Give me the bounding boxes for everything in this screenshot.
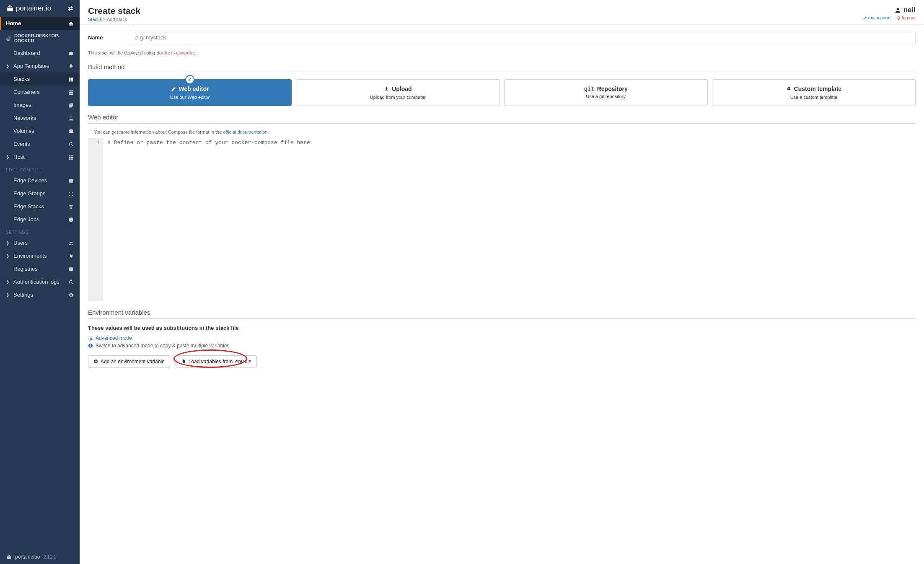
list-icon [88,336,93,341]
layer-group-icon [68,204,74,210]
build-option-web-editor[interactable]: ✓Web editorUse our Web editor [88,79,292,106]
advanced-note: Switch to advanced mode to copy & paste … [88,343,916,349]
cogs-icon [68,292,74,298]
sidebar-item-edge-groups[interactable]: Edge Groups [0,187,80,200]
clock-icon [68,217,74,222]
web-editor[interactable]: 1 # Define or paste the content of your … [88,138,916,301]
sidebar-item-host[interactable]: ❯Host [0,150,80,163]
sitemap-icon [68,116,74,121]
chevron-right-icon: ❯ [6,155,10,159]
logout-icon [896,16,901,20]
sidebar-item-home[interactable]: Home [0,17,80,30]
users-icon [68,241,74,246]
file-icon [181,359,186,364]
sidebar-item-endpoint[interactable]: DOCKER-DESKTOP-DOCKER [0,30,80,47]
build-method-options: ✓Web editorUse our Web editorUploadUploa… [88,79,916,106]
th-list-icon [68,77,74,82]
section-env-vars: Environment variables [88,309,916,319]
build-option-custom-template[interactable]: Custom templateUse a custom template [712,79,916,106]
user-area: neil my account log out [859,6,916,20]
clone-icon [68,103,74,108]
my-account-link[interactable]: my account [863,15,893,20]
advanced-mode-link[interactable]: Advanced mode [88,335,132,341]
sidebar-item-edge-stacks[interactable]: Edge Stacks [0,200,80,213]
build-option-upload[interactable]: UploadUpload from your computer [296,79,500,106]
th-icon [68,155,74,160]
object-group-icon [68,191,74,197]
svg-point-3 [90,344,91,344]
breadcrumb-parent[interactable]: Stacks [88,17,102,22]
chevron-right-icon: ❯ [6,292,10,297]
svg-point-0 [897,8,899,10]
env-desc: These values will be used as substitutio… [88,325,916,331]
tachometer-icon [68,51,74,56]
sidebar-item-authentication-logs[interactable]: ❯Authentication logs [0,275,80,288]
server-icon [68,90,74,95]
sidebar-nav: Home DOCKER-DESKTOP-DOCKER Dashboard❯App… [0,17,80,550]
laptop-icon [68,178,74,184]
sidebar-item-stacks[interactable]: Stacks [0,72,80,85]
rocket-icon [68,64,74,69]
sidebar-item-edge-jobs[interactable]: Edge Jobs [0,213,80,226]
editor-content[interactable]: # Define or paste the content of your do… [103,138,916,301]
hdd-icon [68,129,74,134]
sidebar-item-users[interactable]: ❯Users [0,236,80,249]
portainer-footer-icon [6,554,12,560]
portainer-logo-icon [6,4,14,13]
breadcrumb: Stacks > Add stack [88,17,140,22]
chevron-right-icon: ❯ [6,254,10,258]
upload-icon [384,86,389,92]
sidebar-item-edge-devices[interactable]: Edge Devices [0,174,80,187]
sidebar-item-app-templates[interactable]: ❯App Templates [0,60,80,72]
username: neil [903,6,916,14]
build-option-repository[interactable]: gitRepositoryUse a git repository [504,79,708,106]
chevron-right-icon: ❯ [6,64,10,68]
user-icon [894,7,901,14]
database-icon [68,266,74,272]
brand-text: portainer.io [16,4,51,13]
sidebar-section-settings: SETTINGS [0,226,80,236]
brand-header: portainer.io [0,0,80,17]
deploy-note: This stack will be deployed using docker… [88,50,916,56]
section-build-method: Build method [88,63,916,73]
sidebar-item-settings[interactable]: ❯Settings [0,288,80,301]
sidebar-item-images[interactable]: Images [0,98,80,111]
docker-icon [6,35,11,41]
version-text: 2.11.1 [43,554,56,559]
git-icon: git [584,85,594,92]
home-icon [68,20,74,26]
sidebar: portainer.io Home DOCKER-DESKTOP-DOCKER [0,0,80,564]
chevron-right-icon: ❯ [6,241,10,245]
plug-icon [68,254,74,259]
wrench-icon [863,16,867,20]
chevron-right-icon: ❯ [6,279,10,284]
sidebar-item-networks[interactable]: Networks [0,111,80,124]
edit-icon [171,86,176,92]
editor-info: You can get more information about Compo… [94,129,916,135]
breadcrumb-current: Add stack [107,17,127,22]
stack-name-input[interactable] [130,31,916,44]
history-icon [68,279,74,285]
logout-link[interactable]: log out [896,15,916,20]
sidebar-item-registries[interactable]: Registries [0,262,80,275]
topbar: Create stack Stacks > Add stack neil my … [80,0,924,24]
rocket-icon [786,86,792,92]
sidebar-item-dashboard[interactable]: Dashboard [0,47,80,60]
exchange-icon[interactable] [67,5,74,12]
sidebar-item-containers[interactable]: Containers [0,85,80,98]
plus-circle-icon [93,359,98,364]
sidebar-item-volumes[interactable]: Volumes [0,124,80,137]
main-content: Create stack Stacks > Add stack neil my … [80,0,924,564]
load-env-file-button[interactable]: Load variables from .env file [176,355,257,368]
editor-gutter: 1 [88,138,103,301]
sidebar-item-events[interactable]: Events [0,137,80,150]
name-label: Name [88,34,130,41]
docs-link[interactable]: official documentation [223,129,267,135]
page-title: Create stack [88,6,140,16]
sidebar-section-edge: EDGE COMPUTE [0,163,80,174]
check-icon: ✓ [185,75,194,84]
sidebar-item-environments[interactable]: ❯Environments [0,249,80,262]
brand-logo[interactable]: portainer.io [6,4,51,13]
section-web-editor: Web editor [88,114,916,124]
add-env-var-button[interactable]: Add an environment variable [88,355,170,368]
